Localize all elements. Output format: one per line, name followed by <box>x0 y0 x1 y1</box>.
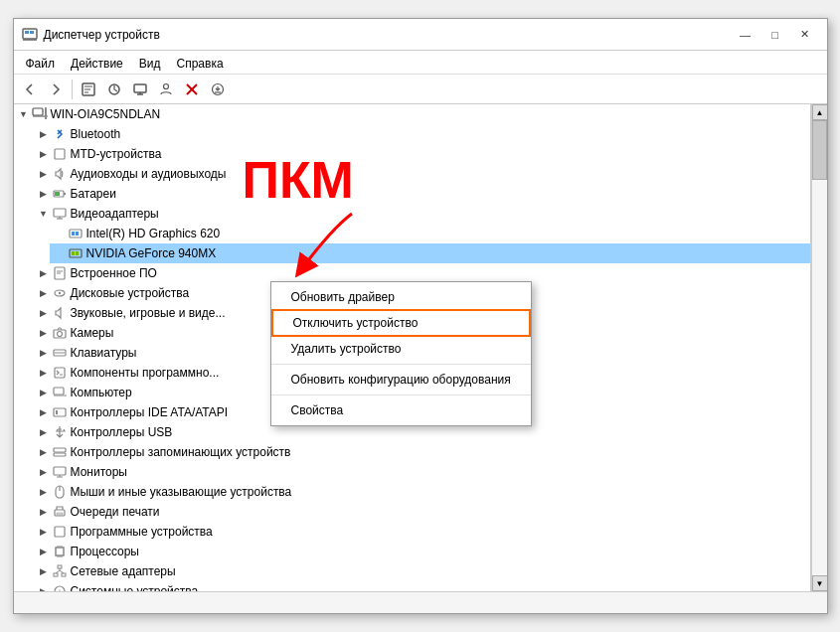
list-item[interactable]: Intel(R) HD Graphics 620 <box>50 224 810 243</box>
expand-icon[interactable]: ▶ <box>36 544 52 559</box>
ctx-scan-hardware[interactable]: Обновить конфигурацию оборудования <box>271 368 531 392</box>
context-menu: Обновить драйвер Отключить устройство Уд… <box>270 281 532 426</box>
system-icon: i <box>52 583 68 591</box>
svg-rect-69 <box>54 573 58 576</box>
ctx-update-driver[interactable]: Обновить драйвер <box>271 285 531 309</box>
svg-text:i: i <box>59 587 61 591</box>
ctx-properties[interactable]: Свойства <box>271 398 531 422</box>
tree-item-label: Контроллеры запоминающих устройств <box>71 445 291 459</box>
expand-icon[interactable]: ▶ <box>36 345 52 361</box>
expand-icon[interactable]: ▶ <box>36 265 52 281</box>
expand-icon[interactable]: ▶ <box>36 285 52 301</box>
expand-icon[interactable]: ▶ <box>36 524 52 540</box>
expand-icon[interactable]: ▶ <box>36 325 52 341</box>
list-item[interactable]: ▶ MTD-устройства <box>34 144 810 164</box>
ctx-disable-device[interactable]: Отключить устройство <box>271 309 531 337</box>
svg-rect-52 <box>54 448 66 452</box>
window-icon <box>22 27 38 43</box>
expand-icon[interactable]: ▶ <box>36 563 52 579</box>
svg-rect-9 <box>134 84 146 92</box>
svg-rect-61 <box>56 548 64 555</box>
storage-icon <box>52 444 68 460</box>
keyboard-icon <box>52 345 68 361</box>
tree-item-label: Встроенное ПО <box>71 266 157 280</box>
list-item[interactable]: ▶ Процессоры <box>34 542 810 561</box>
download-button[interactable] <box>206 78 230 101</box>
expand-icon[interactable]: ▶ <box>36 186 52 202</box>
menu-file[interactable]: Файл <box>18 53 64 72</box>
svg-point-39 <box>57 332 62 337</box>
back-button[interactable] <box>18 78 42 101</box>
maximize-button[interactable]: □ <box>761 24 789 46</box>
expand-icon-root[interactable]: ▼ <box>16 106 32 122</box>
properties-button[interactable] <box>77 78 100 101</box>
tree-item-label: Батареи <box>71 187 116 201</box>
scroll-down-button[interactable]: ▼ <box>812 575 827 591</box>
ctx-uninstall-device[interactable]: Удалить устройство <box>271 337 531 361</box>
minimize-button[interactable]: — <box>732 24 759 46</box>
tree-item-label: Дисковые устройства <box>71 286 190 300</box>
scroll-track[interactable] <box>812 120 827 575</box>
list-item[interactable]: ▶ Аудиовходы и аудиовыходы <box>34 164 810 184</box>
list-item[interactable]: ▶ Мониторы <box>34 462 810 482</box>
list-item[interactable]: ▶ Батареи <box>34 184 810 204</box>
svg-rect-59 <box>57 513 63 515</box>
gpu-icon <box>68 226 84 241</box>
expand-icon[interactable]: ▶ <box>36 166 52 182</box>
expand-icon[interactable]: ▶ <box>36 504 52 520</box>
expand-icon[interactable]: ▶ <box>36 146 52 162</box>
expand-icon[interactable]: ▶ <box>36 583 52 591</box>
tree-item-label: MTD-устройства <box>71 147 162 161</box>
svg-rect-48 <box>54 388 64 395</box>
tree-item-label: Мыши и иные указывающие устройства <box>71 485 292 499</box>
list-item[interactable]: NVIDIA GeForce 940MX <box>50 243 810 263</box>
list-item[interactable]: ▶ Мыши и иные указывающие устройства <box>34 482 810 502</box>
expand-icon[interactable]: ▶ <box>36 404 52 420</box>
tree-root[interactable]: ▼ WIN-OIA9C5NDLAN <box>14 104 810 124</box>
update-button[interactable] <box>102 78 126 101</box>
scroll-up-button[interactable]: ▲ <box>812 104 827 120</box>
svg-rect-53 <box>54 453 66 456</box>
expand-icon[interactable]: ▶ <box>36 484 52 500</box>
expand-icon[interactable]: ▶ <box>36 126 52 142</box>
scrollbar[interactable]: ▲ ▼ <box>811 104 827 591</box>
svg-rect-46 <box>55 368 65 378</box>
display-icon <box>52 206 68 222</box>
list-item[interactable]: ▶ Bluetooth <box>34 124 810 144</box>
menu-view[interactable]: Вид <box>131 53 169 72</box>
scroll-handle[interactable] <box>812 120 827 180</box>
delete-button[interactable] <box>180 78 204 101</box>
tree-item-label: Bluetooth <box>71 127 121 141</box>
ctx-separator-2 <box>271 395 531 395</box>
list-item[interactable]: ▼ Видеоадаптеры <box>34 204 810 224</box>
expand-icon[interactable]: ▼ <box>36 206 52 222</box>
screen-button[interactable] <box>128 78 152 101</box>
expand-icon[interactable]: ▶ <box>36 464 52 480</box>
expand-icon[interactable]: ▶ <box>36 424 52 440</box>
tree-item-label: Системные устройства <box>71 584 199 591</box>
svg-rect-32 <box>76 251 79 255</box>
user-button[interactable] <box>154 78 178 101</box>
tree-item-label: Звуковые, игровые и виде... <box>71 306 226 320</box>
expand-icon[interactable]: ▶ <box>36 385 52 400</box>
svg-rect-2 <box>30 31 34 34</box>
tree-item-label: Программные устройства <box>71 525 213 539</box>
list-item[interactable]: ▶ Сетевые адаптеры <box>34 561 810 581</box>
forward-button[interactable] <box>44 78 68 101</box>
expand-icon[interactable]: ▶ <box>36 365 52 381</box>
title-bar: Диспетчер устройств — □ ✕ <box>14 19 827 51</box>
list-item[interactable]: ▶ Контроллеры запоминающих устройств <box>34 442 810 462</box>
menu-action[interactable]: Действие <box>63 53 131 72</box>
expand-icon[interactable]: ▶ <box>36 305 52 321</box>
status-bar <box>14 591 827 613</box>
list-item[interactable]: ▶ Программные устройства <box>34 522 810 542</box>
print-icon <box>52 504 68 520</box>
list-item[interactable]: ▶ Встроенное ПО <box>34 263 810 283</box>
list-item[interactable]: ▶ i Системные устройства <box>34 581 810 591</box>
firmware-icon <box>52 265 68 281</box>
close-button[interactable]: ✕ <box>791 24 819 46</box>
menu-help[interactable]: Справка <box>169 53 232 72</box>
expand-icon[interactable]: ▶ <box>36 444 52 460</box>
svg-rect-28 <box>72 232 75 236</box>
list-item[interactable]: ▶ Очереди печати <box>34 502 810 522</box>
